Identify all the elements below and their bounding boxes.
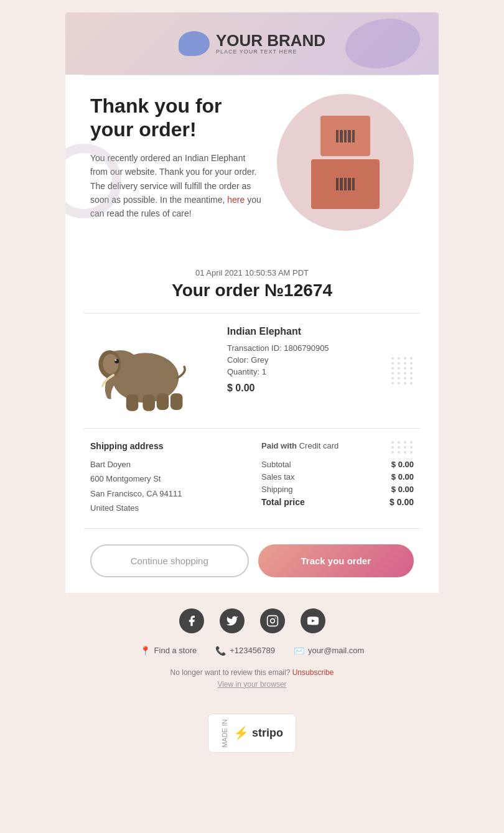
total-amount: $ 0.00: [390, 497, 414, 507]
package-group: [311, 116, 380, 209]
hero-title: Thank you for your order!: [90, 94, 264, 142]
view-in-browser-link[interactable]: View in your browser: [217, 680, 286, 689]
stripo-badge[interactable]: MADE IN ⚡ stripo: [208, 714, 296, 753]
logo: YOUR BRAND PLACE YOUR TEXT HERE: [179, 31, 325, 56]
hero-body: You recently ordered an Indian Elephant …: [90, 151, 264, 221]
shipping-country: United States: [90, 501, 243, 515]
phone-link[interactable]: 📞 +123456789: [215, 646, 275, 656]
barcode-bottom: [336, 178, 355, 190]
svg-rect-10: [267, 615, 278, 626]
hero-image: [277, 94, 414, 231]
product-section: Indian Elephant Transaction ID: 18067909…: [65, 314, 439, 428]
product-name: Indian Elephant: [227, 326, 414, 337]
sales-tax-row: Sales tax $ 0.00: [261, 472, 414, 482]
footer: 📍 Find a store 📞 +123456789 ✉️ your@mail…: [65, 593, 439, 704]
shipping-cost-amount: $ 0.00: [391, 485, 414, 494]
svg-rect-9: [170, 393, 183, 410]
transaction-id: Transaction ID: 1806790905: [227, 343, 414, 353]
email-header: YOUR BRAND PLACE YOUR TEXT HERE: [65, 12, 439, 75]
product-dots-decoration: [391, 357, 414, 384]
sales-tax-amount: $ 0.00: [391, 472, 414, 482]
svg-point-3: [103, 354, 118, 374]
view-in-browser-section: View in your browser: [90, 680, 414, 689]
email-link[interactable]: ✉️ your@mail.com: [294, 646, 365, 656]
button-section: Continue shopping Track you order: [65, 529, 439, 593]
stripo-brand-name: stripo: [252, 727, 283, 740]
shipping-column: Shipping address Bart Doyen 600 Montgome…: [90, 441, 243, 516]
shipping-name: Bart Doyen: [90, 457, 243, 472]
unsub-text: No longer want to review this email?: [170, 668, 291, 677]
svg-rect-8: [157, 393, 169, 410]
product-color: Color: Grey: [227, 355, 414, 365]
find-store-text: Find a store: [154, 646, 197, 655]
elephant-image: [90, 326, 190, 413]
header-blob-decoration: [345, 19, 420, 68]
continue-shopping-button[interactable]: Continue shopping: [90, 544, 249, 577]
unsubscribe-link[interactable]: Unsubscribe: [292, 668, 334, 677]
hero-section: Thank you for your order! You recently o…: [65, 75, 439, 249]
stripo-logo: ⚡ stripo: [233, 725, 283, 740]
order-section: 01 April 2021 10:50:53 AM PDT Your order…: [65, 249, 439, 313]
barcode-top: [336, 130, 355, 142]
svg-point-12: [274, 617, 276, 618]
product-info: Indian Elephant Transaction ID: 18067909…: [227, 326, 414, 394]
youtube-icon[interactable]: [301, 608, 325, 633]
subtotal-row: Subtotal $ 0.00: [261, 460, 414, 469]
facebook-icon[interactable]: [179, 608, 204, 633]
email-icon: ✉️: [294, 646, 304, 656]
billing-section: Shipping address Bart Doyen 600 Montgome…: [65, 429, 439, 528]
shipping-city: San Francisco, CA 94111: [90, 486, 243, 501]
logo-blob: [179, 31, 210, 56]
email-text: your@mail.com: [308, 646, 365, 655]
svg-point-5: [115, 360, 117, 361]
unsubscribe-section: No longer want to review this email? Uns…: [90, 668, 414, 677]
subtotal-amount: $ 0.00: [391, 460, 414, 469]
brand-name: YOUR BRAND: [216, 32, 325, 49]
package-bottom: [311, 159, 380, 209]
stripo-made-in: MADE IN: [221, 719, 228, 748]
package-illustration: [277, 94, 414, 231]
product-quantity: Quantity: 1: [227, 367, 414, 376]
package-top: [320, 116, 370, 156]
twitter-icon[interactable]: [220, 608, 245, 633]
svg-point-11: [270, 618, 274, 623]
svg-rect-7: [142, 394, 155, 411]
shipping-label: Shipping address: [90, 441, 243, 451]
logo-text: YOUR BRAND PLACE YOUR TEXT HERE: [216, 32, 325, 55]
order-number: Your order №12674: [90, 281, 414, 300]
find-store-link[interactable]: 📍 Find a store: [140, 646, 197, 656]
footer-links: 📍 Find a store 📞 +123456789 ✉️ your@mail…: [90, 646, 414, 656]
billing-dots-decoration: [391, 441, 414, 454]
order-date: 01 April 2021 10:50:53 AM PDT: [90, 268, 414, 277]
social-icons: [90, 608, 414, 633]
track-order-button[interactable]: Track you order: [258, 544, 414, 577]
phone-icon: 📞: [215, 646, 226, 656]
phone-text: +123456789: [230, 646, 275, 655]
svg-rect-6: [126, 394, 139, 411]
hero-text: Thank you for your order! You recently o…: [90, 94, 264, 221]
stripo-bolt-icon: ⚡: [233, 725, 249, 740]
stripo-footer: MADE IN ⚡ stripo: [65, 704, 439, 763]
shipping-street: 600 Montgomery St: [90, 472, 243, 486]
instagram-icon[interactable]: [260, 608, 285, 633]
shipping-cost-row: Shipping $ 0.00: [261, 485, 414, 494]
total-row: Total price $ 0.00: [261, 497, 414, 507]
product-image-wrap: [90, 326, 215, 416]
product-price: $ 0.00: [227, 383, 414, 394]
location-icon: 📍: [140, 646, 151, 656]
here-link[interactable]: here: [227, 195, 245, 205]
